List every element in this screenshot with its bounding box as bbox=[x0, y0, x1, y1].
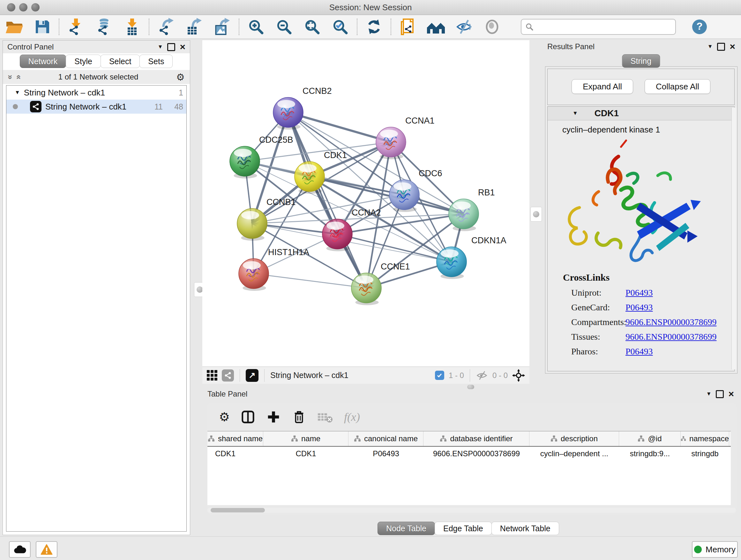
cloud-button[interactable] bbox=[9, 541, 30, 558]
scrollbar-thumb[interactable] bbox=[211, 508, 265, 512]
table-settings-gear-icon[interactable]: ⚙ bbox=[219, 410, 230, 424]
node-label: CDK1 bbox=[324, 150, 347, 160]
table-cell[interactable]: cyclin–dependent ... bbox=[529, 447, 619, 461]
birdseye-view-icon[interactable] bbox=[207, 370, 217, 381]
column-header-label: name bbox=[301, 434, 320, 443]
zoom-window-button[interactable] bbox=[31, 3, 40, 11]
network-row[interactable]: String Network – cdk1 11 48 bbox=[6, 100, 186, 114]
search-field[interactable] bbox=[521, 19, 676, 35]
table-cell[interactable]: CDK1 bbox=[263, 447, 348, 461]
home-icon[interactable] bbox=[422, 17, 450, 37]
tab-style[interactable]: Style bbox=[66, 55, 101, 68]
column-header-label: @id bbox=[648, 434, 662, 443]
table-toolbar: ⚙ f(x) bbox=[207, 403, 737, 431]
control-panel-tabs: NetworkStyleSelectSets bbox=[3, 55, 190, 68]
node-label: CDC6 bbox=[419, 169, 442, 178]
node-label: CCNE1 bbox=[381, 262, 410, 271]
zoom-selected-icon[interactable] bbox=[326, 17, 354, 37]
expand-all-button[interactable]: Expand All bbox=[571, 79, 633, 94]
crosslink-link[interactable]: 9606.ENSP00000378699 bbox=[625, 332, 717, 342]
export-image-icon[interactable] bbox=[208, 17, 236, 37]
column-header-database-identifier[interactable]: database identifier bbox=[423, 431, 529, 446]
right-splitter-handle[interactable] bbox=[530, 207, 542, 222]
selected-checkbox-icon[interactable] bbox=[435, 371, 444, 380]
refresh-icon[interactable] bbox=[360, 17, 388, 37]
reposition-icon[interactable] bbox=[512, 369, 525, 382]
zoom-in-icon[interactable] bbox=[242, 17, 270, 37]
crosslink-row: Pharos:P06493 bbox=[563, 344, 734, 359]
tab-node-table[interactable]: Node Table bbox=[378, 522, 435, 535]
column-header-canonical-name[interactable]: canonical name bbox=[348, 431, 423, 446]
table-cell[interactable]: P06493 bbox=[348, 447, 423, 461]
search-input[interactable] bbox=[534, 22, 663, 32]
close-button[interactable] bbox=[7, 3, 15, 11]
column-header-name[interactable]: name bbox=[263, 431, 348, 446]
crosslink-link[interactable]: P06493 bbox=[625, 302, 653, 313]
collection-label: String Network – cdk1 bbox=[24, 88, 163, 98]
hidden-eye-icon[interactable] bbox=[476, 371, 488, 380]
minimize-button[interactable] bbox=[19, 3, 27, 11]
crosslink-link[interactable]: 9606.ENSP00000378699 bbox=[625, 317, 717, 327]
collapse-all-networks-icon[interactable]: » bbox=[13, 75, 23, 79]
column-header-namespace[interactable]: namespace bbox=[681, 431, 729, 446]
close-panel-icon[interactable]: × bbox=[728, 391, 734, 397]
table-horizontal-scrollbar[interactable] bbox=[207, 508, 736, 513]
table-tabs: Node TableEdge TableNetwork Table bbox=[378, 522, 559, 535]
import-table-icon[interactable] bbox=[118, 17, 146, 37]
tab-network[interactable]: Network bbox=[20, 55, 66, 68]
tab-select[interactable]: Select bbox=[100, 55, 140, 68]
tab-string[interactable]: String bbox=[622, 54, 660, 68]
export-table-icon[interactable] bbox=[180, 17, 208, 37]
column-header-description[interactable]: description bbox=[529, 431, 619, 446]
main-toolbar: ? bbox=[0, 15, 741, 39]
crosslink-link[interactable]: P06493 bbox=[625, 288, 653, 298]
delete-column-icon[interactable] bbox=[292, 410, 307, 424]
float-panel-icon[interactable]: ▼ bbox=[706, 391, 712, 397]
tab-network-table[interactable]: Network Table bbox=[491, 522, 559, 535]
save-session-icon[interactable] bbox=[28, 17, 56, 37]
maximize-panel-icon[interactable] bbox=[716, 390, 724, 398]
maximize-panel-icon[interactable] bbox=[717, 43, 725, 51]
zoom-fit-icon[interactable] bbox=[298, 17, 326, 37]
network-canvas[interactable]: CCNB2CCNA1CDC25BCDK1CDC6RB1CCNB1CCNA2CDK… bbox=[202, 40, 529, 367]
crosslink-link[interactable]: P06493 bbox=[625, 347, 653, 357]
float-panel-icon[interactable]: ▼ bbox=[708, 44, 713, 50]
memory-button[interactable]: Memory bbox=[692, 541, 738, 558]
column-header--id[interactable]: @id bbox=[619, 431, 681, 446]
column-header-shared-name[interactable]: shared name bbox=[207, 431, 263, 446]
hidden-counts: 0 - 0 bbox=[492, 371, 508, 380]
string-style-icon[interactable] bbox=[222, 369, 234, 381]
import-network-file-icon[interactable] bbox=[62, 17, 90, 37]
export-network-icon[interactable] bbox=[152, 17, 180, 37]
warning-button[interactable] bbox=[36, 541, 57, 558]
tab-edge-table[interactable]: Edge Table bbox=[434, 522, 492, 535]
show-hide-icon[interactable] bbox=[450, 17, 478, 37]
close-panel-icon[interactable]: × bbox=[730, 44, 735, 50]
results-scrollbar[interactable] bbox=[731, 108, 736, 369]
network-background[interactable] bbox=[202, 40, 529, 367]
gear-icon[interactable]: ⚙ bbox=[176, 71, 185, 83]
network-from-document-icon[interactable] bbox=[394, 17, 422, 37]
table-cell[interactable]: CDK1 bbox=[207, 447, 263, 461]
entry-expand-icon[interactable]: ▼ bbox=[572, 110, 578, 117]
float-panel-icon[interactable]: ▼ bbox=[158, 44, 163, 50]
import-network-database-icon[interactable] bbox=[90, 17, 118, 37]
zoom-out-icon[interactable] bbox=[270, 17, 298, 37]
table-cell[interactable]: stringdb:9... bbox=[619, 447, 681, 461]
close-panel-icon[interactable]: × bbox=[180, 44, 185, 50]
help-icon[interactable]: ? bbox=[685, 17, 714, 37]
results-panel-title: Results Panel bbox=[547, 42, 595, 51]
collection-expand-icon[interactable]: ▼ bbox=[15, 89, 20, 96]
table-cell[interactable]: stringdb bbox=[681, 447, 729, 461]
collapse-all-button[interactable]: Collapse All bbox=[645, 79, 711, 94]
add-column-icon[interactable] bbox=[266, 410, 281, 424]
table-row[interactable]: CDK1CDK1P064939606.ENSP00000378699cyclin… bbox=[207, 447, 731, 461]
node-details-header[interactable]: ▼ CDK1 bbox=[548, 107, 734, 120]
show-columns-icon[interactable] bbox=[241, 410, 255, 424]
network-collection-row[interactable]: ▼ String Network – cdk1 1 bbox=[6, 85, 186, 100]
detach-view-icon[interactable]: ↗ bbox=[246, 369, 259, 382]
maximize-panel-icon[interactable] bbox=[167, 43, 175, 51]
table-cell[interactable]: 9606.ENSP00000378699 bbox=[423, 447, 529, 461]
open-session-icon[interactable] bbox=[0, 17, 28, 37]
tab-sets[interactable]: Sets bbox=[139, 55, 173, 68]
